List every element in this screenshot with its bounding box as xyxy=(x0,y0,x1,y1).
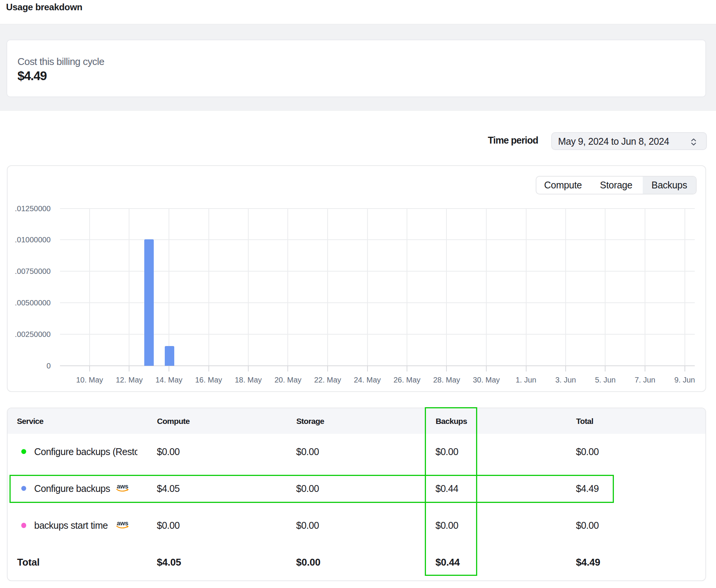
svg-text:3. Jun: 3. Jun xyxy=(555,376,576,384)
svg-text:26. May: 26. May xyxy=(393,376,420,384)
svg-text:24. May: 24. May xyxy=(354,376,381,384)
svg-text:28. May: 28. May xyxy=(433,376,460,384)
svg-text:.00500000: .00500000 xyxy=(15,299,51,307)
svg-text:1. Jun: 1. Jun xyxy=(516,376,536,384)
svg-text:22. May: 22. May xyxy=(314,376,341,384)
svg-text:.01250000: .01250000 xyxy=(15,204,51,213)
svg-text:10. May: 10. May xyxy=(76,376,103,384)
svg-text:9. Jun: 9. Jun xyxy=(674,376,695,384)
svg-text:7. Jun: 7. Jun xyxy=(635,376,655,384)
svg-text:5. Jun: 5. Jun xyxy=(595,376,615,384)
svg-text:14. May: 14. May xyxy=(155,376,182,384)
svg-text:16. May: 16. May xyxy=(195,376,222,384)
svg-text:.00250000: .00250000 xyxy=(15,330,51,338)
svg-text:.00750000: .00750000 xyxy=(15,267,51,275)
svg-text:0: 0 xyxy=(46,362,50,370)
svg-text:.01000000: .01000000 xyxy=(15,236,51,244)
svg-text:12. May: 12. May xyxy=(116,376,143,384)
svg-text:20. May: 20. May xyxy=(274,376,301,384)
svg-text:30. May: 30. May xyxy=(473,376,500,384)
svg-text:18. May: 18. May xyxy=(235,376,262,384)
